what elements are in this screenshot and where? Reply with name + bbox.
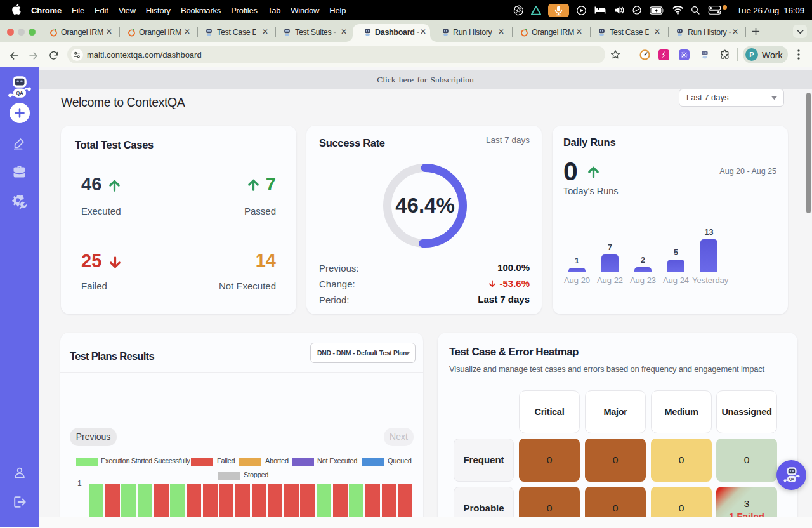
svg-text:QA: QA (789, 477, 794, 481)
svg-text:QA: QA (16, 91, 23, 96)
